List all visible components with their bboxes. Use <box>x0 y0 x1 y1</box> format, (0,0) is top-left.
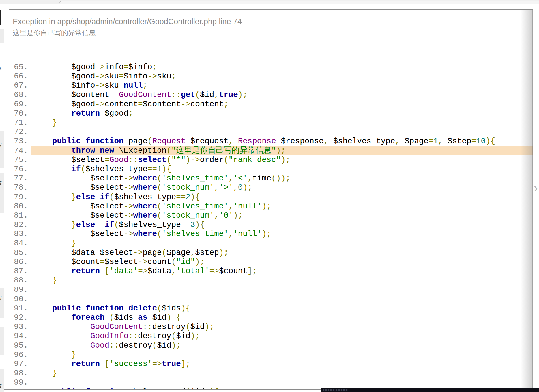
background-row-band <box>0 131 4 168</box>
code-text: return ['success'=>true]; <box>31 359 533 369</box>
clipped-corner-icon <box>0 10 1 25</box>
background-row-band <box>0 369 4 392</box>
code-line: 88. } <box>14 276 533 285</box>
exception-header: Exception in app/shop/admin/controller/G… <box>9 10 533 38</box>
code-text: GoodContent::destroy($id); <box>31 322 533 331</box>
background-row-band <box>0 327 4 355</box>
line-number: 82. <box>14 220 31 229</box>
line-number: 85. <box>14 248 31 257</box>
line-number: 71. <box>14 118 31 127</box>
next-chevron-icon[interactable]: › <box>534 181 538 194</box>
line-number: 65. <box>14 63 31 72</box>
code-text: throw new \Exception("这里是你自己写的异常信息"); <box>31 146 533 155</box>
screenshot-root: { "header": { "title": "Exception in app… <box>0 0 539 392</box>
code-text <box>31 285 533 294</box>
background-page-strip: n 这 写 这 写 这 <box>0 4 4 392</box>
line-number: 79. <box>14 193 31 202</box>
code-text: $select->where('stock_num','0'); <box>31 211 533 220</box>
code-line: 91. public function delete($ids){ <box>14 304 533 313</box>
code-line: 73. public function page(Request $reques… <box>14 137 533 146</box>
code-line: 89. <box>14 285 533 294</box>
code-text: } <box>31 369 533 378</box>
background-row-band <box>0 288 4 318</box>
line-number: 90. <box>14 295 31 304</box>
code-line: 94. GoodInfo::destroy($id); <box>14 331 533 341</box>
code-text: $select->where('shelves_time','<',time()… <box>31 174 533 183</box>
code-line: 76. if($shelves_type==1){ <box>14 165 533 174</box>
line-number: 98. <box>14 369 31 378</box>
line-number: 93. <box>14 322 31 331</box>
code-text: } <box>31 350 533 359</box>
line-number: 67. <box>14 81 31 90</box>
code-text: } <box>31 118 533 127</box>
code-line: 75. $select=Good::select("*")->order("ra… <box>14 155 533 165</box>
dark-window-strip <box>321 388 539 392</box>
code-text: $good->info=$info; <box>31 63 533 72</box>
line-number: 99. <box>14 378 31 387</box>
line-number: 69. <box>14 100 31 109</box>
code-line: 87. return ['data'=>$data,'total'=>$coun… <box>14 267 533 276</box>
code-text: $good->content=$content->content; <box>31 100 533 109</box>
background-text-fragment: 写 <box>0 142 3 148</box>
line-number: 77. <box>14 174 31 183</box>
code-text: $data=$select->page($page,$step); <box>31 248 533 257</box>
code-line: 96. } <box>14 350 533 359</box>
code-text: GoodInfo::destroy($id); <box>31 331 533 341</box>
code-line: 68. $content= GoodContent::get($id,true)… <box>14 90 533 99</box>
code-line: 79. }else if($shelves_type==2){ <box>14 193 533 202</box>
line-number: 94. <box>14 331 31 341</box>
code-line: 86. $count=$select->count("id"); <box>14 257 533 267</box>
code-text: $good->sku=$info->sku; <box>31 72 533 81</box>
code-line: 92. foreach ($ids as $id) { <box>14 313 533 322</box>
line-number: 88. <box>14 276 31 285</box>
line-number: 89. <box>14 285 31 294</box>
code-text: $select->where('stock_num','>',0); <box>31 183 533 192</box>
code-text: }else if($shelves_type==3){ <box>31 220 533 229</box>
line-number: 80. <box>14 202 31 211</box>
line-number: 68. <box>14 90 31 99</box>
source-code-block: 65. $good->info=$info;66. $good->sku=$in… <box>9 38 533 392</box>
code-line: 82. }else if($shelves_type==3){ <box>14 220 533 229</box>
code-text: }else if($shelves_type==2){ <box>31 193 533 202</box>
code-line: 72. <box>14 127 533 137</box>
code-line: 80. $select->where('shelves_time','null'… <box>14 202 533 211</box>
code-line: 65. $good->info=$info; <box>14 63 533 72</box>
code-line: 84. } <box>14 239 533 248</box>
exception-message: 这里是你自己写的异常信息 <box>13 29 533 36</box>
code-line: 77. $select->where('shelves_time','<',ti… <box>14 174 533 183</box>
line-number: 87. <box>14 267 31 276</box>
code-text: Good::destroy($id); <box>31 341 533 350</box>
line-number: 66. <box>14 72 31 81</box>
line-number: 97. <box>14 359 31 369</box>
code-text <box>31 295 533 304</box>
code-line: 69. $good->content=$content->content; <box>14 100 533 109</box>
line-number: 73. <box>14 137 31 146</box>
error-panel: Exception in app/shop/admin/controller/G… <box>9 9 533 392</box>
code-line: 78. $select->where('stock_num','>',0); <box>14 183 533 192</box>
code-text: foreach ($ids as $id) { <box>31 313 533 322</box>
line-number: 74. <box>14 146 31 155</box>
background-text-fragment: n <box>0 44 3 50</box>
code-text: public function page(Request $request, R… <box>31 137 533 146</box>
background-text-fragment: 这 <box>0 382 3 388</box>
code-line: 83. $select->where('shelves_time','null'… <box>14 229 533 239</box>
background-row-band <box>0 173 4 213</box>
line-number: 75. <box>14 155 31 165</box>
code-line: 66. $good->sku=$info->sku; <box>14 72 533 81</box>
line-number: 81. <box>14 211 31 220</box>
exception-title: Exception in app/shop/admin/controller/G… <box>13 18 533 26</box>
code-text: return $good; <box>31 109 533 118</box>
code-line: 90. <box>14 295 533 304</box>
line-number: 84. <box>14 239 31 248</box>
browser-top-band <box>0 0 539 4</box>
line-number: 95. <box>14 341 31 350</box>
code-line: 70. return $good; <box>14 109 533 118</box>
code-text: $select->where('shelves_time','null'); <box>31 202 533 211</box>
line-number: 92. <box>14 313 31 322</box>
code-line: 67. $info->sku=null; <box>14 81 533 90</box>
browser-tab-outline <box>59 1 539 4</box>
background-text-fragment: 这 <box>0 65 3 70</box>
code-text: $select->where('shelves_time','null'); <box>31 229 533 239</box>
code-line: 93. GoodContent::destroy($id); <box>14 322 533 331</box>
code-text: $select=Good::select("*")->order("rank d… <box>31 155 533 165</box>
